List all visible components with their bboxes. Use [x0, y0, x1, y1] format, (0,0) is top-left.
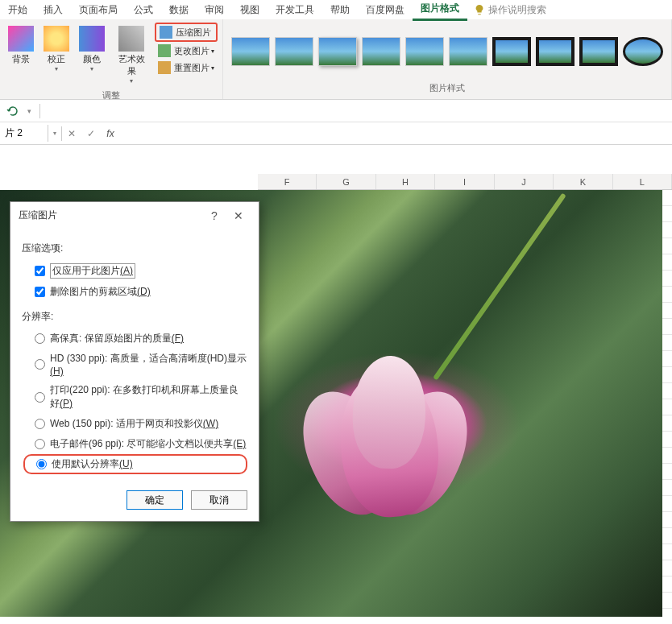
reset-picture-button[interactable]: 重置图片▾	[155, 60, 218, 76]
lightbulb-icon	[474, 4, 485, 15]
apply-only-checkbox[interactable]: 仅应用于此图片(A)	[22, 260, 247, 282]
picture-style-10[interactable]	[623, 37, 663, 66]
tab-formula[interactable]: 公式	[126, 0, 161, 20]
compress-pictures-button[interactable]: 压缩图片	[155, 23, 218, 42]
column-headers: F G H I J K L	[258, 174, 672, 190]
remove-background-button[interactable]: 背景	[5, 23, 37, 68]
reset-picture-icon	[158, 61, 171, 74]
tab-picture-format[interactable]: 图片格式	[413, 0, 467, 21]
ribbon-tabs: 开始 插入 页面布局 公式 数据 审阅 视图 开发工具 帮助 百度网盘 图片格式…	[0, 0, 672, 19]
hd-input[interactable]	[35, 359, 45, 370]
artistic-icon	[118, 26, 144, 52]
ok-button[interactable]: 确定	[127, 490, 183, 510]
resolution-web-radio[interactable]: Web (150 ppi): 适用于网页和投影仪(W)	[22, 414, 247, 434]
email-label: 电子邮件(96 ppi): 尽可能缩小文档以便共享	[50, 438, 233, 449]
picture-style-8[interactable]	[536, 37, 575, 66]
lotus-flower	[284, 340, 494, 565]
print-input[interactable]	[35, 392, 45, 403]
reset-picture-label: 重置图片	[174, 62, 209, 74]
resolution-hd-radio[interactable]: HD (330 ppi): 高质量，适合高清晰度(HD)显示(H)	[22, 349, 247, 380]
picture-style-5[interactable]	[405, 37, 444, 66]
col-header-k[interactable]: K	[554, 174, 612, 189]
tab-baidu[interactable]: 百度网盘	[358, 0, 413, 20]
picture-style-9[interactable]	[579, 37, 618, 66]
picture-style-7[interactable]	[492, 37, 531, 66]
adjust-group-label: 调整	[101, 88, 122, 103]
delete-crop-checkbox[interactable]: 删除图片的剪裁区域(D)	[22, 282, 247, 302]
picture-style-3[interactable]	[318, 37, 357, 66]
artistic-label: 艺术效果	[114, 53, 148, 77]
email-input[interactable]	[35, 439, 45, 449]
tab-review[interactable]: 审阅	[197, 0, 232, 20]
tab-dev[interactable]: 开发工具	[268, 0, 322, 20]
delete-crop-label: 删除图片的剪裁区域	[50, 286, 137, 297]
print-label: 打印(220 ppi): 在多数打印机和屏幕上质量良好	[50, 384, 239, 409]
default-input[interactable]	[36, 459, 47, 469]
tell-me-search[interactable]: 操作说明搜索	[474, 3, 546, 17]
col-header-h[interactable]: H	[376, 174, 435, 189]
corrections-icon	[44, 26, 69, 52]
grid-rows	[662, 190, 672, 617]
tab-view[interactable]: 视图	[232, 0, 268, 20]
compress-pictures-dialog: 压缩图片 ? ✕ 压缩选项: 仅应用于此图片(A) 删除图片的剪裁区域(D) 分…	[10, 201, 259, 522]
dialog-close-button[interactable]: ✕	[226, 209, 251, 222]
col-header-l[interactable]: L	[613, 174, 672, 189]
tab-start[interactable]: 开始	[0, 0, 35, 20]
undo-icon[interactable]	[6, 105, 19, 118]
tab-help[interactable]: 帮助	[322, 0, 358, 20]
resolution-default-radio[interactable]: 使用默认分辨率(U)	[23, 454, 247, 474]
hifi-label: 高保真: 保留原始图片的质量	[50, 333, 172, 344]
dialog-titlebar[interactable]: 压缩图片 ? ✕	[10, 202, 259, 229]
default-label: 使用默认分辨率	[52, 458, 119, 469]
resolution-hifi-radio[interactable]: 高保真: 保留原始图片的质量(F)	[22, 329, 247, 349]
picture-style-1[interactable]	[231, 37, 270, 66]
apply-only-label: 仅应用于此图片	[52, 265, 120, 276]
name-box[interactable]: 片 2	[0, 125, 48, 142]
apply-only-input[interactable]	[35, 266, 45, 276]
color-icon	[79, 26, 105, 52]
picture-style-6[interactable]	[449, 37, 487, 66]
compress-icon	[160, 26, 172, 39]
delete-crop-input[interactable]	[35, 287, 45, 297]
web-input[interactable]	[35, 419, 45, 429]
hifi-input[interactable]	[35, 333, 45, 344]
col-header-j[interactable]: J	[495, 174, 554, 189]
artistic-effects-button[interactable]: 艺术效果	[111, 23, 151, 88]
resolution-print-radio[interactable]: 打印(220 ppi): 在多数打印机和屏幕上质量良好(P)	[22, 380, 247, 414]
remove-bg-icon	[8, 26, 34, 52]
cancel-button[interactable]: 取消	[191, 490, 247, 510]
corrections-label: 校正	[48, 53, 65, 65]
picture-style-4[interactable]	[362, 37, 400, 66]
search-hint-label: 操作说明搜索	[488, 3, 546, 17]
remove-bg-label: 背景	[12, 53, 30, 65]
color-button[interactable]: 颜色	[76, 23, 108, 76]
change-picture-button[interactable]: 更改图片▾	[155, 43, 218, 59]
col-header-i[interactable]: I	[435, 174, 494, 189]
tab-layout[interactable]: 页面布局	[71, 0, 126, 20]
picture-styles-group-label: 图片样式	[428, 81, 467, 96]
picture-style-2[interactable]	[275, 37, 313, 66]
ribbon-group-picture-styles: 图片样式	[223, 19, 672, 99]
compress-label: 压缩图片	[176, 27, 211, 39]
undo-dropdown-icon[interactable]: ▾	[27, 107, 31, 115]
formula-cancel-button[interactable]: ✕	[62, 128, 81, 139]
dialog-help-button[interactable]: ?	[202, 209, 226, 222]
tab-insert[interactable]: 插入	[35, 0, 71, 20]
col-header-g[interactable]: G	[317, 174, 375, 189]
ribbon-group-adjust: 背景 校正 颜色 艺术效果 压缩图片 更改图片▾	[0, 19, 223, 99]
tab-data[interactable]: 数据	[161, 0, 197, 20]
dialog-title: 压缩图片	[19, 209, 202, 222]
hd-label: HD (330 ppi): 高质量，适合高清晰度(HD)显示	[50, 353, 247, 364]
change-picture-icon	[158, 44, 171, 57]
corrections-button[interactable]: 校正	[40, 23, 73, 76]
resolution-label: 分辨率:	[22, 310, 247, 324]
separator	[39, 104, 40, 118]
insert-function-button[interactable]: fx	[101, 128, 120, 139]
resolution-email-radio[interactable]: 电子邮件(96 ppi): 尽可能缩小文档以便共享(E)	[22, 434, 247, 454]
col-header-f[interactable]: F	[258, 174, 317, 189]
formula-confirm-button[interactable]: ✓	[81, 128, 101, 139]
formula-bar: 片 2 ▾ ✕ ✓ fx	[0, 122, 672, 145]
name-box-dropdown-icon[interactable]: ▾	[48, 130, 61, 137]
web-label: Web (150 ppi): 适用于网页和投影仪	[50, 418, 203, 429]
compress-options-label: 压缩选项:	[22, 242, 247, 255]
